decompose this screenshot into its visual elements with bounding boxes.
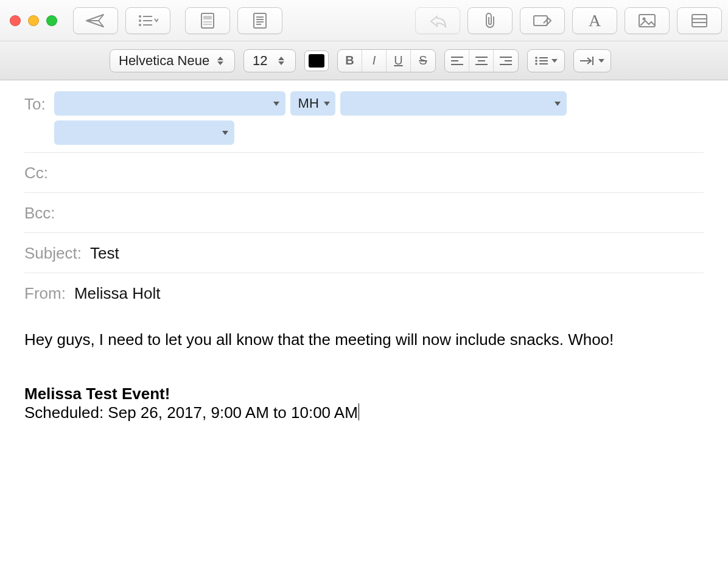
chevron-down-icon [222,131,228,135]
stationery-button[interactable] [677,7,722,34]
send-button[interactable] [73,7,118,34]
align-center-button[interactable] [469,50,494,72]
chevron-down-icon [273,102,279,106]
align-left-icon [451,56,463,66]
template-icon [200,12,215,29]
align-right-button[interactable] [494,50,518,72]
toolbar-left [73,7,170,34]
event-title[interactable]: Melissa Test Event! [24,385,704,403]
bcc-row: Bcc: [24,193,704,233]
page-icon [253,12,267,29]
send-icon [85,12,106,29]
plain-text-button[interactable] [237,7,282,34]
markup-icon [533,13,552,28]
titlebar: A [0,0,728,41]
indent-segment [573,49,611,72]
svg-point-17 [643,17,646,20]
align-center-icon [475,56,488,66]
svg-point-34 [535,63,537,65]
recipient-chip[interactable] [54,91,285,116]
attach-button[interactable] [467,7,513,34]
svg-point-30 [535,57,537,59]
underline-button[interactable]: U [387,50,411,72]
cc-row: Cc: [24,153,704,193]
svg-point-0 [139,15,141,18]
list-style-button[interactable] [528,50,564,72]
format-bar: Helvetica Neue 12 B I U S [0,41,728,80]
from-value[interactable]: Melissa Holt [74,280,161,303]
body-paragraph[interactable]: Hey guys, I need to let you all know tha… [24,329,704,350]
to-row: To: MH [24,84,704,153]
text-color-button[interactable] [304,50,329,71]
color-swatch [309,54,324,68]
list-segment [527,49,565,72]
align-right-icon [500,56,512,66]
reply-button[interactable] [415,7,460,34]
toolbar-templates [185,7,282,34]
table-icon [691,13,708,28]
close-window-button[interactable] [10,15,21,26]
svg-rect-10 [254,13,266,28]
recipient-chip[interactable]: MH [290,91,335,116]
svg-point-32 [535,60,537,62]
indent-icon [580,57,595,65]
minimize-window-button[interactable] [28,15,39,26]
strikethrough-button[interactable]: S [411,50,435,72]
window-controls [10,15,57,26]
recipient-chip[interactable] [340,91,567,116]
subject-field[interactable]: Test [90,240,119,263]
recipient-initials: MH [298,96,319,111]
chevron-down-icon [551,59,558,63]
toolbar-right: A [415,7,722,34]
font-size-select[interactable]: 12 [243,49,296,72]
text-style-segment: B I U S [337,49,436,72]
from-label: From: [24,280,74,303]
font-family-select[interactable]: Helvetica Neue [110,49,235,72]
chevron-down-icon [324,102,330,106]
recipient-chip[interactable] [54,120,234,145]
rich-text-button[interactable] [185,7,230,34]
stepper-icon [217,53,228,69]
reply-icon [429,13,447,28]
svg-rect-18 [692,15,707,27]
subject-label: Subject: [24,240,90,263]
show-format-button[interactable]: A [572,7,617,34]
chevron-down-icon [598,59,604,63]
format-letter: A [589,11,601,30]
svg-rect-7 [203,16,212,19]
photo-browser-button[interactable] [625,7,670,34]
cc-label: Cc: [24,160,57,183]
message-headers: To: MH Cc: Bcc: Subject: Test Fr [0,80,728,313]
align-left-button[interactable] [445,50,469,72]
font-family-value: Helvetica Neue [119,53,209,69]
checklist-icon [138,14,158,27]
header-options-button[interactable] [125,7,170,34]
svg-rect-6 [201,13,214,28]
message-body[interactable]: Hey guys, I need to let you all know tha… [0,313,728,422]
event-schedule[interactable]: Scheduled: Sep 26, 2017, 9:00 AM to 10:0… [24,403,358,422]
italic-button[interactable]: I [362,50,387,72]
chevron-down-icon [555,102,561,106]
alignment-segment [444,49,519,72]
markup-button[interactable] [520,7,565,34]
photo-icon [638,13,656,28]
indent-button[interactable] [574,50,611,72]
from-row: From: Melissa Holt [24,273,704,313]
subject-row: Subject: Test [24,233,704,273]
svg-point-2 [139,19,141,22]
to-field[interactable]: MH [54,91,704,145]
bullet-list-icon [534,56,548,66]
zoom-window-button[interactable] [46,15,57,26]
bcc-label: Bcc: [24,200,64,223]
to-label: To: [24,91,54,114]
stepper-icon [278,53,289,69]
svg-point-4 [139,24,141,26]
font-size-value: 12 [253,53,267,69]
text-cursor [359,403,360,420]
bold-button[interactable]: B [338,50,362,72]
paperclip-icon [483,12,497,30]
